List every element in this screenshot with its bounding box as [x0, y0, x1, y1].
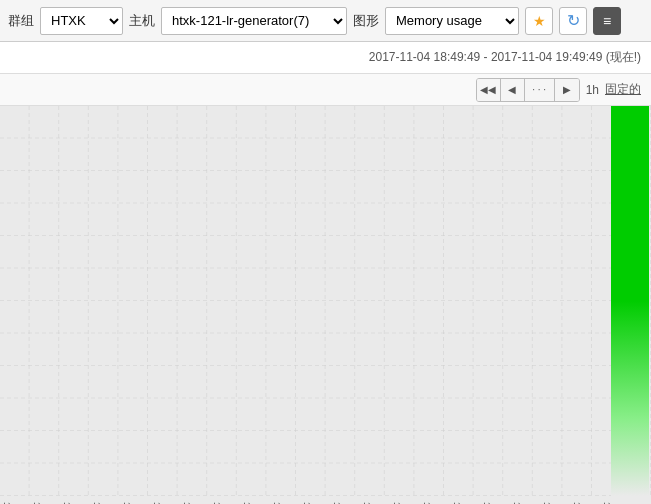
graph-select[interactable]: Memory usage — [385, 7, 519, 35]
host-label: 主机 — [129, 12, 155, 30]
refresh-button[interactable]: ↻ — [559, 7, 587, 35]
chart-grid — [0, 106, 651, 496]
fixed-label[interactable]: 固定的 — [605, 81, 641, 98]
nav-dots-button[interactable]: · · · — [525, 79, 555, 101]
x-axis: 19:29 19:30 19:31 19:32 19:33 19:34 19:3… — [0, 462, 651, 502]
group-select[interactable]: HTXK — [40, 7, 123, 35]
nav-back2-button[interactable]: ◀◀ — [477, 79, 501, 101]
svg-rect-4 — [0, 106, 651, 496]
group-label: 群组 — [8, 12, 34, 30]
more-button[interactable]: ≡ — [593, 7, 621, 35]
toolbar: 群组 HTXK 主机 htxk-121-lr-generator(7) 图形 M… — [0, 0, 651, 42]
chart-container: 19:29 19:30 19:31 19:32 19:33 19:34 19:3… — [0, 106, 651, 504]
nav-buttons: ◀◀ ◀ · · · ▶ — [476, 78, 580, 102]
nav-row: ◀◀ ◀ · · · ▶ 1h 固定的 — [0, 74, 651, 106]
time-row: 2017-11-04 18:49:49 - 2017-11-04 19:49:4… — [0, 42, 651, 74]
host-select[interactable]: htxk-121-lr-generator(7) — [161, 7, 347, 35]
graph-label: 图形 — [353, 12, 379, 30]
memory-usage-bar — [611, 106, 649, 496]
time-range: 2017-11-04 18:49:49 - 2017-11-04 19:49:4… — [369, 49, 641, 66]
period-label: 1h — [586, 83, 599, 97]
nav-fwd1-button[interactable]: ▶ — [555, 79, 579, 101]
star-button[interactable]: ★ — [525, 7, 553, 35]
nav-back1-button[interactable]: ◀ — [501, 79, 525, 101]
